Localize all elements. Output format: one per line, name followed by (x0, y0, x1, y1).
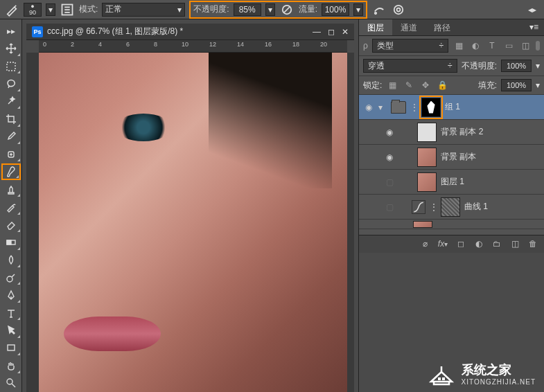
layer-row[interactable]: ◉ 背景 副本 (359, 145, 544, 170)
layer-thumbnail[interactable] (417, 148, 437, 167)
rectangle-tool[interactable] (1, 340, 21, 356)
hand-tool[interactable] (1, 357, 21, 373)
vertical-ruler[interactable] (26, 53, 39, 392)
filter-pixel-icon[interactable]: ▦ (453, 39, 465, 52)
expand-right-icon[interactable]: ◂▸ (525, 3, 540, 17)
filter-smart-icon[interactable]: ◫ (519, 39, 532, 52)
chevron-down-icon[interactable]: ▾ (536, 61, 540, 71)
move-tool[interactable] (1, 40, 21, 56)
vertical-scrollbar[interactable] (347, 53, 354, 392)
link-layers-icon[interactable]: ⌀ (419, 238, 430, 249)
collapse-toolbar-icon[interactable]: ▸▸ (1, 23, 21, 39)
visibility-icon[interactable]: ◉ (363, 102, 374, 113)
layer-row-partial[interactable] (359, 220, 544, 229)
tab-paths[interactable]: 路径 (425, 19, 459, 35)
clone-stamp-tool[interactable] (1, 181, 21, 197)
svg-point-9 (7, 276, 12, 282)
visibility-icon[interactable]: ▢ (384, 202, 395, 213)
adjustment-layer-icon[interactable]: ◐ (473, 238, 484, 249)
layer-group[interactable]: ◉ ▾ ⋮ 组 1 (359, 95, 544, 120)
lock-all-icon[interactable]: 🔒 (436, 79, 448, 91)
visibility-icon[interactable]: ▢ (384, 177, 395, 188)
magic-wand-tool[interactable] (1, 93, 21, 109)
layer-style-icon[interactable]: fx▾ (437, 238, 448, 249)
pressure-size-icon[interactable] (391, 3, 406, 17)
brush-preset-dropdown[interactable]: ▾ (46, 3, 55, 16)
layer-opacity-input[interactable]: 100% (501, 60, 532, 72)
zoom-tool[interactable] (1, 375, 21, 391)
maximize-icon[interactable]: ◻ (328, 27, 335, 37)
lock-transparency-icon[interactable]: ▦ (386, 79, 398, 91)
layer-mask-thumbnail[interactable] (421, 98, 441, 117)
opacity-dropdown[interactable]: ▾ (265, 3, 275, 16)
layer-name[interactable]: 图层 1 (441, 176, 464, 188)
history-brush-tool[interactable] (1, 199, 21, 215)
brush-panel-toggle[interactable] (60, 3, 75, 17)
layer-name[interactable]: 曲线 1 (464, 201, 488, 213)
svg-rect-12 (438, 377, 441, 380)
path-selection-tool[interactable] (1, 322, 21, 338)
blend-opacity-row: 穿透÷ 不透明度: 100% ▾ (359, 56, 544, 76)
pen-tool[interactable] (1, 287, 21, 303)
layer-row[interactable]: ◉ 背景 副本 2 (359, 120, 544, 145)
fill-label: 填充: (478, 80, 497, 91)
layer-row[interactable]: ▢ 图层 1 (359, 170, 544, 195)
new-group-icon[interactable]: 🗀 (491, 238, 502, 249)
pressure-opacity-icon[interactable] (279, 3, 295, 17)
delete-layer-icon[interactable]: 🗑 (527, 238, 538, 249)
blur-tool[interactable] (1, 252, 21, 268)
search-kind-icon[interactable]: ρ (363, 41, 368, 51)
tab-channels[interactable]: 通道 (392, 19, 425, 35)
lock-position-icon[interactable]: ✥ (419, 79, 432, 91)
lock-pixels-icon[interactable]: ✎ (403, 79, 415, 91)
crop-tool[interactable] (1, 111, 21, 127)
brush-tool[interactable] (1, 163, 21, 180)
filter-type-icon[interactable]: T (486, 39, 498, 52)
layer-thumbnail[interactable] (413, 221, 432, 228)
layer-blend-dropdown[interactable]: 穿透÷ (363, 59, 457, 73)
layer-name[interactable]: 组 1 (445, 101, 460, 113)
dodge-tool[interactable] (1, 269, 21, 285)
tab-layers[interactable]: 图层 (359, 19, 392, 35)
layer-name[interactable]: 背景 副本 2 (441, 126, 483, 138)
document-tab[interactable]: Ps ccc.jpg @ 66.7% (组 1, 图层蒙版/8) * — ◻ ✕ (26, 24, 354, 40)
filter-toggle-icon[interactable] (536, 41, 540, 51)
minimize-icon[interactable]: — (313, 27, 321, 37)
healing-brush-tool[interactable] (1, 146, 21, 162)
eraser-tool[interactable] (1, 217, 21, 233)
visibility-icon[interactable]: ◉ (384, 127, 395, 138)
layer-thumbnail[interactable] (417, 123, 437, 142)
layer-row[interactable]: ▢ ⋮ 曲线 1 (359, 195, 544, 220)
panel-menu-icon[interactable]: ▾≡ (524, 19, 544, 35)
gradient-tool[interactable] (1, 234, 21, 250)
blend-mode-dropdown[interactable]: 正常▾ (102, 3, 185, 17)
fill-input[interactable]: 100% (501, 79, 532, 91)
visibility-icon[interactable]: ◉ (384, 152, 395, 163)
new-layer-icon[interactable]: ◫ (509, 238, 520, 249)
chevron-down-icon[interactable]: ▾ (536, 80, 540, 90)
layer-mask-icon[interactable]: ◻ (455, 238, 466, 249)
marquee-tool[interactable] (1, 58, 21, 74)
filter-shape-icon[interactable]: ▭ (502, 39, 515, 52)
layer-mask-thumbnail[interactable] (441, 197, 460, 217)
eyedropper-tool[interactable] (1, 129, 21, 145)
brush-preset-picker[interactable]: ●90 (24, 3, 42, 17)
flow-input[interactable]: 100% (322, 3, 349, 16)
svg-point-11 (7, 379, 12, 384)
flow-dropdown[interactable]: ▾ (353, 3, 363, 16)
expand-group-icon[interactable]: ▾ (378, 103, 387, 112)
airbrush-icon[interactable] (371, 3, 387, 17)
type-tool[interactable] (1, 305, 21, 321)
layer-name[interactable]: 背景 副本 (441, 151, 476, 163)
filter-kind-dropdown[interactable]: 类型÷ (372, 39, 448, 53)
mask-link-icon[interactable]: ⋮ (410, 103, 417, 112)
filter-adjust-icon[interactable]: ◐ (469, 39, 482, 52)
opacity-input[interactable]: 85% (234, 3, 261, 16)
close-icon[interactable]: ✕ (342, 27, 349, 37)
canvas[interactable] (39, 53, 347, 392)
lasso-tool[interactable] (1, 75, 21, 91)
layer-thumbnail[interactable] (417, 172, 437, 192)
mask-link-icon[interactable]: ⋮ (430, 202, 437, 212)
horizontal-ruler[interactable]: 0 2 4 6 8 10 12 14 16 18 20 22 (39, 40, 347, 53)
svg-point-3 (394, 5, 403, 14)
